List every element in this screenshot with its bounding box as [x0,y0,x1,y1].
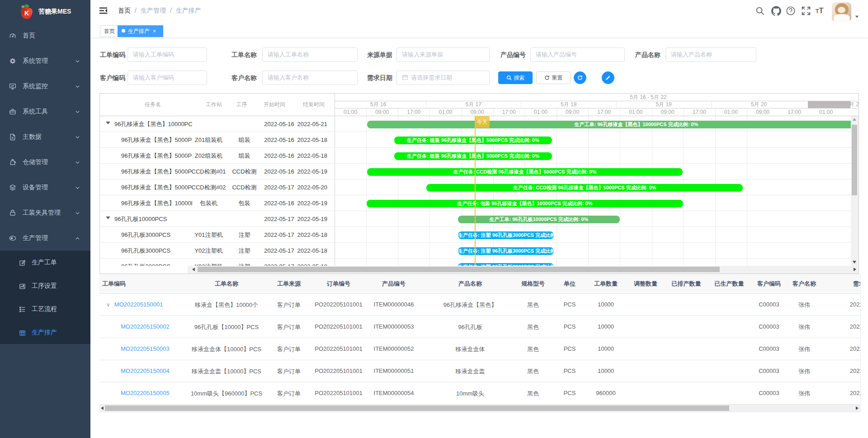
sidebar-item-4[interactable]: 主数据 [0,124,90,150]
fullscreen-icon[interactable] [801,6,811,16]
chevron-down-icon [75,185,80,190]
scroll-down-arrow[interactable] [853,261,856,264]
order-link[interactable]: MO202205150004 [121,367,170,374]
table-scroll-left-arrow[interactable] [101,406,104,410]
th-14[interactable]: 需求日期 [853,274,861,293]
order-link[interactable]: MO202205150003 [121,345,170,352]
tab-production-scheduling[interactable]: 生产排产× [118,25,163,37]
filter-input-1-1[interactable]: 请输入客户名称 [262,71,358,85]
sidebar-item-7[interactable]: 工装夹具管理 [0,200,90,226]
gantt-bar-0[interactable]: 生产工单: 96孔移液盒【黑色】10000PCS 完成比例: 0% [367,121,851,128]
th-1[interactable]: 工单名称 [215,274,238,293]
filter-input-0-1[interactable]: 请输入工单名称 [262,47,358,62]
layers-icon [9,184,16,191]
scroll-up-arrow[interactable] [853,118,856,121]
breadcrumb-prod-mgmt[interactable]: 生产管理 [141,7,166,14]
gantt-hour-0-1: 09:00 [366,108,398,116]
gantt-bar-2[interactable]: 生产任务: 组装 96孔移液盒【黑色】5000PCS 完成比例: 0% [394,152,552,160]
gantt-bar-7[interactable]: 生产任务: 注塑 96孔孔板3000PCS 完成比例: 0% [458,231,554,239]
th-6[interactable]: 规格型号 [521,274,545,293]
gantt-top-scrollbar-thumb[interactable] [808,101,850,108]
gantt-hour-2-1: 09:00 [557,108,588,116]
github-icon[interactable] [771,6,781,16]
sidebar-item-2[interactable]: 系统监控 [0,74,90,99]
th-12[interactable]: 客户编码 [757,274,781,293]
gantt-vscrollbar-thumb[interactable] [852,125,857,195]
th-5[interactable]: 产品名称 [458,274,482,293]
search-icon[interactable] [755,6,765,16]
gantt-task-name: 96孔孔板10000PCS [114,216,192,222]
filter-input-0-0[interactable]: 请输入工单编码 [127,47,207,62]
sidebar-subitem-2[interactable]: 工艺流程 [0,297,90,321]
order-link[interactable]: MO202205150002 [121,323,170,330]
tab-home[interactable]: 首页 [100,25,119,37]
sidebar-subitem-1[interactable]: 工序设置 [0,274,90,298]
lock-icon [9,209,16,217]
gantt-bar-1[interactable]: 生产任务: 组装 96孔移液盒【黑色】5000PCS 完成比例: 0% [394,137,552,144]
refresh-circle-button[interactable] [574,71,586,84]
filter-input-0-2[interactable]: 请输入来源单据 [396,47,490,62]
filter-input-0-4[interactable]: 请输入产品名称 [665,47,756,62]
th-8[interactable]: 工单数量 [594,274,618,293]
sidebar-item-0[interactable]: 首页 [0,23,90,48]
monitor-icon [9,83,16,90]
gantt-col-0: 任务名 [145,94,161,116]
eye-icon [9,235,16,242]
search-button[interactable]: 搜索 [498,71,533,84]
gantt-bar-4[interactable]: 生产任务: CCD检测 96孔移液盒【黑色】5000PCS 完成比例: 0% [426,184,743,192]
sidebar-item-1[interactable]: 系统管理 [0,48,90,74]
th-11[interactable]: 已生产数量 [715,274,744,293]
gantt-bar-5[interactable]: 生产任务: 包装 96孔移液盒【黑色】10000PCS 完成比例: 0% [367,200,683,207]
th-4[interactable]: 产品编号 [382,274,406,293]
gantt-task-name: 96孔移液盒【黑色】5000PCS [121,152,192,159]
order-link[interactable]: MO202205150001 [114,301,163,308]
font-size-icon[interactable]: TT [816,6,828,16]
sidebar-item-6[interactable]: 设备管理 [0,175,90,200]
th-7[interactable]: 单位 [564,274,576,293]
tab-close-icon[interactable]: × [153,28,156,34]
sidebar-subitem-0[interactable]: 生产工单 [0,251,90,274]
sidebar-item-5[interactable]: 仓储管理 [0,150,90,175]
gantt-bar-8[interactable]: 生产任务: 注塑 96孔孔板3000PCS 完成比例: 0% [458,247,554,255]
th-9[interactable]: 调整数量 [634,274,657,293]
scroll-left-arrow[interactable] [192,268,195,271]
avatar[interactable] [832,2,851,22]
gantt-hscrollbar-thumb[interactable] [198,267,720,272]
help-icon[interactable] [786,6,796,16]
tab-bar [90,23,868,38]
table-scroll-right-arrow[interactable] [856,406,859,410]
gantt-task-name: 96孔孔板3000PCS [121,247,192,254]
sidebar-toggle-icon[interactable] [99,7,107,14]
filter-input-1-2[interactable]: 请选择需求日期 [396,71,490,85]
chevron-up-icon [75,236,80,241]
tree-collapse-icon[interactable] [106,217,110,219]
row-expand-icon[interactable]: ∨ [106,301,110,308]
table-hscrollbar-thumb[interactable] [105,405,729,411]
edit-circle-button[interactable] [602,71,614,84]
sidebar-item-3[interactable]: 系统工具 [0,99,90,124]
th-2[interactable]: 工单来源 [277,274,301,293]
th-10[interactable]: 已排产数量 [672,274,701,293]
th-3[interactable]: 订单编号 [327,274,350,293]
breadcrumb-home[interactable]: 首页 [118,7,131,14]
gantt-day-3: 5月 19 [616,101,711,108]
today-marker: 今天 [475,116,490,128]
caret-down-icon[interactable] [855,14,859,19]
tree-collapse-icon[interactable] [106,122,110,124]
scroll-right-arrow[interactable] [854,268,856,271]
gantt-hour-2-0: 01:00 [525,108,557,116]
filter-input-0-3[interactable]: 请输入产品编号 [530,47,625,62]
gantt-bar-3[interactable]: 生产任务: CCD检测 96孔移液盒【黑色】5000PCS 完成比例: 0% [367,168,683,176]
th-13[interactable]: 客户名称 [793,274,816,293]
filter-input-1-0[interactable]: 请输入客户编码 [127,71,207,85]
reset-button[interactable]: 重置 [536,71,571,84]
sidebar-subitem-3[interactable]: 生产排产 [0,321,90,344]
gantt-bar-6[interactable]: 生产工单: 96孔孔板10000PCS 完成比例: 0% [458,216,620,223]
chevron-down-icon [75,135,80,140]
orders-table: 工单编码工单名称工单来源订单编号产品编号产品名称规格型号单位工单数量调整数量已排… [99,274,861,412]
gantt-hour-4-2: 17:00 [778,108,810,116]
th-0[interactable]: 工单编码 [102,274,126,293]
gantt-hour-4-1: 09:00 [747,108,778,116]
sidebar-item-8[interactable]: 生产管理 [0,226,90,251]
order-link[interactable]: MO202205150005 [121,390,170,396]
